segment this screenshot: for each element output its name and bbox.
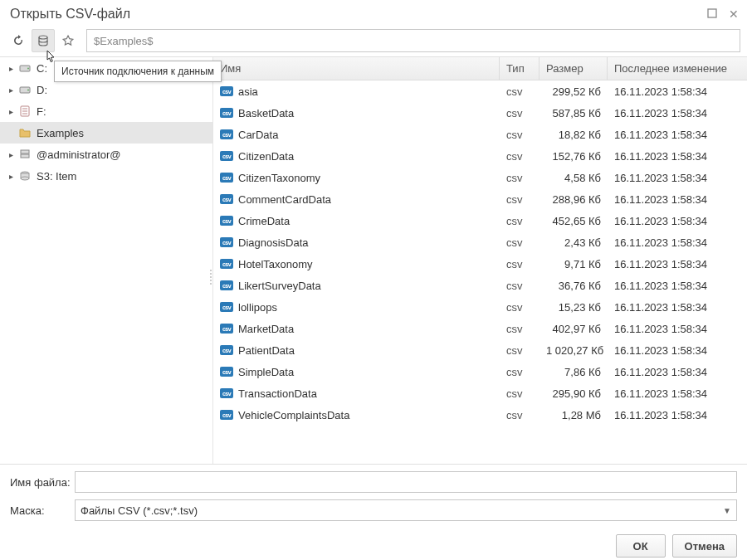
file-row[interactable]: csvlollipopscsv15,23 Кб16.11.2023 1:58:3… bbox=[213, 296, 747, 318]
column-header-type[interactable]: Тип bbox=[500, 57, 540, 80]
tree-item[interactable]: ▸@administrator@ bbox=[0, 144, 212, 165]
expand-arrow-icon[interactable]: ▸ bbox=[7, 64, 15, 73]
window-title: Открыть CSV-файл bbox=[10, 7, 130, 22]
csv-file-icon: csv bbox=[220, 86, 233, 96]
dialog-buttons: ОК Отмена bbox=[0, 533, 747, 560]
file-type: csv bbox=[500, 85, 540, 98]
svg-point-14 bbox=[21, 177, 29, 180]
mask-select[interactable]: Файлы CSV (*.csv;*.tsv) ▼ bbox=[75, 499, 737, 521]
csv-file-icon: csv bbox=[220, 151, 233, 161]
file-row[interactable]: csvHotelTaxonomycsv9,71 Кб16.11.2023 1:5… bbox=[213, 253, 747, 275]
file-name: CrimeData bbox=[238, 215, 290, 227]
tree-item[interactable]: ▸F: bbox=[0, 100, 212, 122]
csv-file-icon: csv bbox=[220, 280, 233, 290]
file-size: 152,76 Кб bbox=[540, 150, 608, 163]
csv-file-icon: csv bbox=[220, 345, 233, 355]
file-row[interactable]: csvLikertSurveyDatacsv36,76 Кб16.11.2023… bbox=[213, 275, 747, 296]
file-name: DiagnosisData bbox=[238, 236, 309, 249]
svg-rect-10 bbox=[21, 150, 29, 153]
file-list[interactable]: csvasiacsv299,52 Кб16.11.2023 1:58:34csv… bbox=[213, 80, 747, 464]
file-row[interactable]: csvCitizenDatacsv152,76 Кб16.11.2023 1:5… bbox=[213, 145, 747, 167]
file-type: csv bbox=[500, 129, 540, 141]
file-date: 16.11.2023 1:58:34 bbox=[608, 129, 747, 141]
file-type: csv bbox=[500, 172, 540, 184]
column-header-size[interactable]: Размер bbox=[540, 57, 608, 80]
expand-arrow-icon[interactable]: ▸ bbox=[7, 172, 15, 181]
bottom-form: Имя файла: Маска: Файлы CSV (*.csv;*.tsv… bbox=[0, 465, 747, 533]
tree-item-label: Examples bbox=[35, 127, 84, 139]
column-header-date[interactable]: Последнее изменение bbox=[608, 57, 747, 80]
file-size: 4,58 Кб bbox=[540, 172, 608, 184]
favorites-button[interactable] bbox=[56, 29, 80, 52]
file-name: CarData bbox=[238, 129, 278, 141]
expand-arrow-icon[interactable]: ▸ bbox=[7, 107, 15, 116]
drive-icon bbox=[18, 61, 32, 75]
file-name: CitizenTaxonomy bbox=[238, 172, 320, 184]
file-size: 2,43 Кб bbox=[540, 236, 608, 249]
file-name: lollipops bbox=[238, 301, 277, 314]
file-type: csv bbox=[500, 323, 540, 335]
file-name: PatientData bbox=[238, 344, 295, 357]
splitter-handle[interactable] bbox=[208, 261, 213, 294]
file-row[interactable]: csvCarDatacsv18,82 Кб16.11.2023 1:58:34 bbox=[213, 124, 747, 145]
tooltip: Источник подключения к данным bbox=[54, 61, 222, 82]
path-placeholder: $Examples$ bbox=[94, 35, 154, 47]
file-name: VehicleComplaintsData bbox=[238, 409, 349, 421]
file-size: 9,71 Кб bbox=[540, 258, 608, 270]
cursor-icon bbox=[43, 49, 58, 71]
file-row[interactable]: csvDiagnosisDatacsv2,43 Кб16.11.2023 1:5… bbox=[213, 231, 747, 253]
file-row[interactable]: csvCitizenTaxonomycsv4,58 Кб16.11.2023 1… bbox=[213, 167, 747, 188]
file-size: 1,28 Мб bbox=[540, 409, 608, 421]
cloud-icon bbox=[18, 169, 32, 183]
file-list-pane: Имя Тип Размер Последнее изменение csvas… bbox=[213, 57, 747, 464]
file-date: 16.11.2023 1:58:34 bbox=[608, 409, 747, 421]
csv-file-icon: csv bbox=[220, 259, 233, 269]
file-row[interactable]: csvBasketDatacsv587,85 Кб16.11.2023 1:58… bbox=[213, 102, 747, 124]
csv-file-icon: csv bbox=[220, 410, 233, 420]
file-row[interactable]: csvVehicleComplaintsDatacsv1,28 Мб16.11.… bbox=[213, 404, 747, 426]
tree-item-label: S3: Item bbox=[35, 170, 76, 183]
filename-input[interactable] bbox=[75, 471, 737, 493]
file-date: 16.11.2023 1:58:34 bbox=[608, 387, 747, 400]
csv-file-icon: csv bbox=[220, 216, 233, 226]
file-row[interactable]: csvSimpleDatacsv7,86 Кб16.11.2023 1:58:3… bbox=[213, 361, 747, 382]
file-size: 402,97 Кб bbox=[540, 323, 608, 335]
drive-icon bbox=[18, 83, 32, 96]
ok-button[interactable]: ОК bbox=[616, 534, 666, 558]
file-type: csv bbox=[500, 301, 540, 314]
expand-arrow-icon[interactable]: ▸ bbox=[7, 85, 15, 95]
tree-item-label: D: bbox=[35, 84, 47, 96]
csv-file-icon: csv bbox=[220, 173, 233, 183]
svg-point-3 bbox=[27, 68, 29, 70]
title-bar: Открыть CSV-файл ✕ bbox=[0, 0, 747, 27]
mask-label: Маска: bbox=[10, 504, 71, 517]
refresh-button[interactable] bbox=[7, 29, 30, 52]
tree-item[interactable]: Examples bbox=[0, 122, 212, 144]
file-row[interactable]: csvMarketDatacsv402,97 Кб16.11.2023 1:58… bbox=[213, 318, 747, 339]
file-date: 16.11.2023 1:58:34 bbox=[608, 301, 747, 314]
file-type: csv bbox=[500, 150, 540, 163]
file-date: 16.11.2023 1:58:34 bbox=[608, 215, 747, 227]
tree-item[interactable]: ▸S3: Item bbox=[0, 165, 212, 187]
file-row[interactable]: csvPatientDatacsv1 020,27 Кб16.11.2023 1… bbox=[213, 339, 747, 361]
file-row[interactable]: csvasiacsv299,52 Кб16.11.2023 1:58:34 bbox=[213, 80, 747, 102]
maximize-icon[interactable] bbox=[707, 7, 717, 21]
file-date: 16.11.2023 1:58:34 bbox=[608, 344, 747, 357]
file-type: csv bbox=[500, 409, 540, 421]
file-row[interactable]: csvCommentCardDatacsv288,96 Кб16.11.2023… bbox=[213, 188, 747, 210]
expand-arrow-icon[interactable]: ▸ bbox=[7, 150, 15, 159]
path-input[interactable]: $Examples$ bbox=[86, 29, 740, 52]
file-row[interactable]: csvCrimeDatacsv452,65 Кб16.11.2023 1:58:… bbox=[213, 210, 747, 231]
csv-file-icon: csv bbox=[220, 367, 233, 377]
mask-value: Файлы CSV (*.csv;*.tsv) bbox=[81, 504, 198, 517]
column-header-name[interactable]: Имя bbox=[213, 57, 500, 80]
close-icon[interactable]: ✕ bbox=[729, 7, 739, 21]
csv-file-icon: csv bbox=[220, 129, 233, 139]
folder-tree[interactable]: ▸C:▸D:▸F:Examples▸@administrator@▸S3: It… bbox=[0, 57, 213, 464]
cancel-button[interactable]: Отмена bbox=[672, 534, 737, 558]
file-type: csv bbox=[500, 236, 540, 249]
file-size: 7,86 Кб bbox=[540, 366, 608, 378]
csv-file-icon: csv bbox=[220, 324, 233, 334]
file-size: 295,90 Кб bbox=[540, 387, 608, 400]
file-row[interactable]: csvTransactionDatacsv295,90 Кб16.11.2023… bbox=[213, 382, 747, 404]
